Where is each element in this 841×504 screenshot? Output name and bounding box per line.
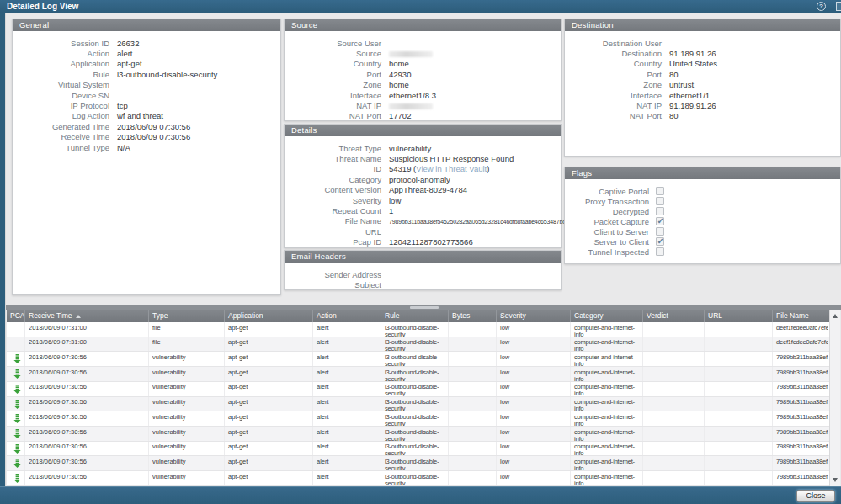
- field-label: Interface: [565, 91, 662, 100]
- column-header-application[interactable]: Application: [225, 310, 313, 322]
- field-label: Virtual System: [13, 80, 109, 89]
- field-label: Pcap ID: [285, 237, 381, 247]
- vertical-scrollbar[interactable]: [829, 310, 840, 486]
- dialog-titlebar[interactable]: Detailed Log View ?: [0, 0, 841, 13]
- field-value: United States: [669, 59, 717, 68]
- pcap-download-icon[interactable]: [13, 414, 21, 425]
- column-header-severity[interactable]: Severity: [497, 310, 571, 322]
- field-row: Country home: [285, 59, 561, 69]
- window-close-icon[interactable]: [836, 2, 841, 11]
- flag-checkbox[interactable]: [656, 217, 664, 225]
- url-cell: [705, 427, 773, 441]
- column-header-action[interactable]: Action: [313, 310, 381, 322]
- field-value: ethernet1/1: [669, 91, 710, 100]
- pcap-download-icon[interactable]: [13, 444, 21, 455]
- action-cell: alert: [313, 367, 381, 381]
- column-header-rule[interactable]: Rule: [381, 310, 449, 322]
- field-label: Threat Name: [285, 154, 381, 163]
- application-cell: apt-get: [225, 427, 313, 441]
- pcap-download-icon[interactable]: [13, 385, 21, 395]
- rule-cell: l3-outbound-disable-security: [381, 427, 449, 441]
- scroll-up-icon[interactable]: [833, 314, 838, 318]
- field-label: Content Version: [285, 185, 381, 194]
- table-row[interactable]: 2018/06/09 07:30:56 vulnerability apt-ge…: [7, 352, 840, 367]
- field-row: Log Action wf and threat: [13, 111, 280, 121]
- pcap-download-icon[interactable]: [13, 400, 21, 411]
- category-cell: computer-and-internet-info: [571, 352, 643, 366]
- pcap-download-icon[interactable]: [13, 459, 21, 470]
- field-value: vulnerability: [389, 144, 431, 153]
- field-value: Suspicious HTTP Response Found: [389, 154, 514, 163]
- pcap-cell: [7, 352, 25, 366]
- application-cell: apt-get: [225, 382, 313, 396]
- flag-checkbox[interactable]: [656, 187, 664, 195]
- pcap-download-icon[interactable]: [13, 354, 21, 365]
- field-label: Action: [13, 49, 109, 58]
- bytes-cell: [449, 337, 497, 352]
- flag-label: Captive Portal: [565, 187, 649, 196]
- field-row: Pcap ID 1204211287802773666: [285, 237, 561, 247]
- verdict-cell: [643, 427, 705, 441]
- table-row[interactable]: 2018/06/09 07:30:56 vulnerability apt-ge…: [7, 456, 840, 471]
- flag-row: Packet Capture: [565, 216, 840, 226]
- pcap-download-icon[interactable]: [13, 369, 21, 380]
- pcap-download-icon[interactable]: [13, 474, 21, 485]
- field-value: tcp: [117, 101, 128, 110]
- field-label: Threat Type: [285, 144, 381, 153]
- url-cell: [705, 367, 773, 381]
- flag-checkbox[interactable]: [656, 237, 664, 246]
- field-row: Country United States: [565, 59, 840, 69]
- panel-general-header: General: [13, 19, 280, 31]
- close-button[interactable]: Close: [796, 490, 835, 502]
- column-header-file-name[interactable]: File Name: [773, 310, 828, 322]
- table-row[interactable]: 2018/06/09 07:30:56 vulnerability apt-ge…: [7, 367, 840, 382]
- field-row: Session ID 26632: [13, 38, 280, 48]
- flag-checkbox[interactable]: [656, 197, 664, 205]
- field-row: Repeat Count 1: [285, 205, 561, 215]
- table-row[interactable]: 2018/06/09 07:30:56 vulnerability apt-ge…: [7, 411, 840, 427]
- column-header-receive-time[interactable]: Receive Time: [25, 310, 149, 322]
- field-row: ID 54319 (View in Threat Vault): [285, 164, 561, 174]
- column-header-pcap[interactable]: PCAP: [7, 310, 25, 322]
- severity-cell: low: [497, 411, 571, 426]
- flag-checkbox[interactable]: [656, 247, 664, 256]
- field-label: Destination User: [565, 39, 662, 48]
- scroll-down-icon[interactable]: [833, 478, 838, 482]
- receive-time-cell: 2018/06/09 07:31:00: [25, 337, 149, 352]
- field-value: N/A: [117, 143, 130, 152]
- category-cell: computer-and-internet-info: [571, 456, 643, 470]
- action-cell: alert: [313, 411, 381, 426]
- file-name-cell: 7989bb311baa38ef545...: [773, 442, 828, 456]
- column-header-verdict[interactable]: Verdict: [643, 310, 705, 322]
- verdict-cell: [643, 411, 705, 426]
- column-header-bytes[interactable]: Bytes: [449, 310, 497, 322]
- field-label: Country: [565, 59, 662, 68]
- field-label: Category: [285, 175, 381, 184]
- type-cell: vulnerability: [149, 382, 225, 396]
- column-header-type[interactable]: Type: [149, 310, 225, 322]
- table-row[interactable]: 2018/06/09 07:30:56 vulnerability apt-ge…: [7, 382, 840, 397]
- field-label: NAT IP: [565, 101, 662, 110]
- field-row: IP Protocol tcp: [13, 100, 280, 110]
- column-header-category[interactable]: Category: [571, 310, 643, 322]
- rule-cell: l3-outbound-disable-security: [381, 471, 449, 485]
- table-row[interactable]: 2018/06/09 07:30:56 vulnerability apt-ge…: [7, 442, 840, 457]
- table-row[interactable]: 2018/06/09 07:31:00 file apt-get alert l…: [7, 322, 840, 337]
- severity-cell: low: [497, 471, 571, 485]
- table-row[interactable]: 2018/06/09 07:30:56 vulnerability apt-ge…: [7, 397, 840, 412]
- field-row: NAT IP 91.189.91.26: [565, 100, 840, 110]
- panel-source-fields: Source User Source Country home Port 429…: [285, 31, 561, 121]
- table-row[interactable]: 2018/06/09 07:30:56 vulnerability apt-ge…: [7, 427, 840, 442]
- flag-checkbox[interactable]: [656, 207, 664, 215]
- field-row: Zone untrust: [565, 80, 840, 90]
- field-label: NAT IP: [285, 101, 381, 110]
- column-header-url[interactable]: URL: [705, 310, 773, 322]
- receive-time-cell: 2018/06/09 07:30:56: [25, 456, 149, 470]
- table-row[interactable]: 2018/06/09 07:31:00 file apt-get alert l…: [7, 337, 840, 353]
- threat-vault-link[interactable]: View in Threat Vault: [416, 164, 487, 173]
- field-row: NAT IP: [285, 100, 561, 110]
- flag-checkbox[interactable]: [656, 227, 664, 236]
- help-icon[interactable]: ?: [817, 2, 826, 11]
- table-row[interactable]: 2018/06/09 07:30:56 vulnerability apt-ge…: [7, 471, 840, 486]
- pcap-download-icon[interactable]: [13, 429, 21, 440]
